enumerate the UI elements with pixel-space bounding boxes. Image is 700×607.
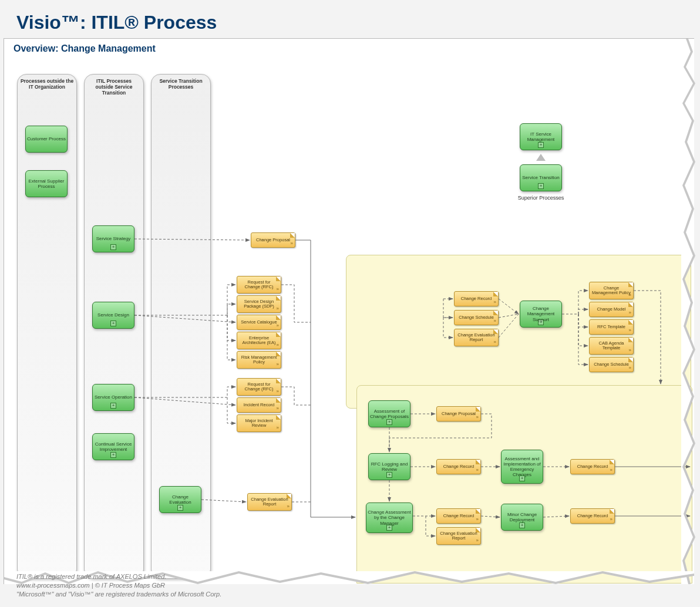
page-title: Visio™: ITIL® Process bbox=[0, 0, 700, 38]
proc-rfc-logging[interactable]: RFC Logging and Review+ bbox=[368, 453, 410, 480]
label: Change Record bbox=[443, 464, 474, 469]
label: Change Evaluation Report bbox=[439, 531, 478, 541]
label: RFC Template bbox=[597, 325, 625, 329]
lane-title: Service Transition Processes bbox=[152, 75, 210, 90]
label: Enterprise Architecture (EA) bbox=[240, 336, 278, 346]
chevron-icon: » bbox=[494, 319, 496, 324]
proc-it-service-mgmt[interactable]: IT Service Management+ bbox=[520, 123, 562, 150]
footer-line: www.it-processmaps.com | © IT Process Ma… bbox=[16, 581, 221, 590]
label: Customer Process bbox=[27, 136, 66, 141]
doc-rfc-template[interactable]: RFC Template» bbox=[589, 319, 634, 335]
proc-change-eval[interactable]: Change Evaluation+ bbox=[159, 486, 201, 513]
label: Service Design bbox=[97, 312, 129, 318]
chevron-icon: » bbox=[291, 241, 293, 247]
label: Service Strategy bbox=[96, 236, 131, 241]
chevron-icon: » bbox=[629, 328, 631, 333]
doc-cm-policy[interactable]: Change Management Policy» bbox=[589, 282, 634, 299]
doc-change-eval-rpt3[interactable]: Change Evaluation Report» bbox=[436, 527, 481, 545]
chevron-icon: » bbox=[610, 517, 612, 522]
doc-svc-catalogue[interactable]: Service Catalogue» bbox=[237, 315, 281, 330]
chevron-icon: » bbox=[277, 406, 279, 412]
proc-strategy[interactable]: Service Strategy+ bbox=[92, 225, 134, 252]
label: CAB Agenda Template bbox=[592, 341, 631, 351]
label: Request for Change (RFC) bbox=[240, 382, 278, 392]
doc-cab-agenda[interactable]: CAB Agenda Template» bbox=[589, 337, 634, 355]
proc-change-assess-mgr[interactable]: Change Assessment by the Change Manager+ bbox=[366, 503, 413, 533]
doc-change-record5[interactable]: Change Record» bbox=[570, 508, 615, 524]
proc-assess-proposals[interactable]: Assessment of Change Proposals+ bbox=[368, 400, 410, 427]
doc-incident-rec[interactable]: Incident Record» bbox=[237, 397, 281, 413]
label: RFC Logging and Review bbox=[370, 461, 409, 472]
footer: ITIL® is a registered trade mark of AXEL… bbox=[16, 572, 221, 599]
expand-icon: + bbox=[110, 452, 116, 458]
label: External Supplier Process bbox=[27, 178, 66, 189]
label: Service Transition bbox=[522, 175, 560, 180]
expand-icon: + bbox=[519, 522, 525, 528]
proc-operation[interactable]: Service Operation+ bbox=[92, 384, 134, 411]
label: Change Evaluation Report bbox=[457, 333, 496, 343]
doc-rfc2[interactable]: Request for Change (RFC)» bbox=[237, 378, 281, 396]
chevron-icon: » bbox=[277, 306, 279, 312]
triangle-icon bbox=[536, 154, 546, 161]
proc-supplier[interactable]: External Supplier Process bbox=[25, 170, 68, 197]
expand-icon: + bbox=[538, 142, 544, 148]
doc-risk-policy[interactable]: Risk Management Policy» bbox=[237, 351, 281, 369]
proc-csi[interactable]: Continual Service Improvement+ bbox=[92, 433, 134, 460]
chevron-icon: » bbox=[277, 362, 279, 367]
label: Service Operation bbox=[95, 394, 132, 400]
proc-service-transition[interactable]: Service Transition+ bbox=[520, 164, 562, 191]
label: Change Management Policy bbox=[592, 286, 631, 296]
chevron-icon: » bbox=[629, 311, 631, 316]
expand-icon: + bbox=[110, 321, 116, 326]
doc-change-record2[interactable]: Change Record» bbox=[436, 459, 481, 474]
chevron-icon: » bbox=[494, 340, 496, 345]
proc-assess-impl-emerg[interactable]: Assessment and Implementation of Emergen… bbox=[501, 450, 543, 484]
expand-icon: + bbox=[519, 476, 525, 481]
label: Change Evaluation Report bbox=[250, 497, 289, 507]
label: Assessment and Implementation of Emergen… bbox=[503, 456, 541, 478]
label: Minor Change Deployment bbox=[503, 512, 541, 522]
doc-rfc[interactable]: Request for Change (RFC)» bbox=[237, 276, 281, 294]
doc-change-proposal2[interactable]: Change Proposal» bbox=[436, 406, 481, 421]
label: IT Service Management bbox=[521, 131, 560, 142]
expand-icon: + bbox=[538, 319, 544, 325]
doc-ea[interactable]: Enterprise Architecture (EA)» bbox=[237, 332, 281, 349]
doc-change-record3[interactable]: Change Record» bbox=[570, 459, 615, 474]
label: Request for Change (RFC) bbox=[240, 280, 278, 290]
chevron-icon: » bbox=[287, 504, 290, 510]
doc-change-record[interactable]: Change Record» bbox=[454, 291, 499, 306]
label: Incident Record bbox=[244, 403, 275, 407]
proc-design[interactable]: Service Design+ bbox=[92, 302, 134, 329]
expand-icon: + bbox=[386, 525, 392, 531]
doc-change-eval-rpt[interactable]: Change Evaluation Report» bbox=[247, 493, 292, 511]
label: Continual Service Improvement bbox=[94, 441, 133, 452]
doc-change-schedule2[interactable]: Change Schedule» bbox=[589, 357, 634, 372]
chevron-icon: » bbox=[629, 348, 631, 353]
doc-change-schedule[interactable]: Change Schedule» bbox=[454, 310, 499, 325]
chevron-icon: » bbox=[277, 323, 279, 329]
label: Assessment of Change Proposals bbox=[370, 409, 409, 419]
chevron-icon: » bbox=[629, 366, 631, 371]
expand-icon: + bbox=[177, 505, 183, 511]
doc-sdp[interactable]: Service Design Package (SDP)» bbox=[237, 295, 281, 313]
chevron-icon: » bbox=[277, 389, 279, 394]
label: Risk Management Policy bbox=[240, 355, 278, 365]
subtitle: Overview: Change Management bbox=[14, 43, 156, 54]
chevron-icon: » bbox=[629, 293, 631, 298]
label: Major Incident Review bbox=[240, 419, 278, 429]
doc-change-model[interactable]: Change Model» bbox=[589, 302, 634, 317]
expand-icon: + bbox=[110, 403, 116, 409]
chevron-icon: » bbox=[277, 426, 279, 431]
doc-change-proposal[interactable]: Change Proposal» bbox=[251, 232, 295, 248]
doc-change-eval-rpt2[interactable]: Change Evaluation Report» bbox=[454, 329, 499, 346]
proc-customer[interactable]: Customer Process bbox=[25, 126, 68, 153]
label: Change Proposal bbox=[256, 238, 290, 242]
doc-major-incident[interactable]: Major Incident Review» bbox=[237, 414, 281, 432]
expand-icon: + bbox=[386, 472, 392, 478]
proc-cm-support[interactable]: Change Management Support+ bbox=[520, 301, 562, 328]
label: Change Assessment by the Change Manager bbox=[368, 510, 411, 526]
hierarchy-caption: Superior Processes bbox=[513, 195, 569, 201]
proc-minor-deploy[interactable]: Minor Change Deployment+ bbox=[501, 504, 543, 531]
doc-change-record4[interactable]: Change Record» bbox=[436, 508, 481, 524]
label: Change Model bbox=[597, 307, 626, 312]
